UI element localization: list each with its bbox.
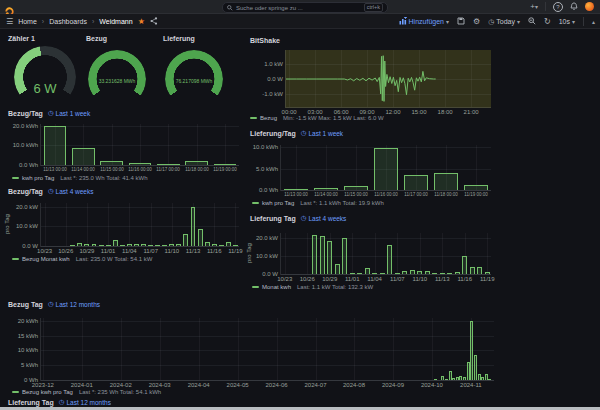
zoom-out-icon[interactable] [528, 17, 536, 25]
search-shortcut-badge: ctrl+k [364, 3, 383, 12]
y-tick-label: 10.0 kWh [253, 144, 278, 150]
legend-stats: Last: 1.1 kW Total: 132.3 kW [297, 284, 373, 290]
legend-series: kwh pro Tag [262, 200, 294, 206]
help-icon[interactable]: ? [553, 2, 563, 12]
divider [583, 17, 584, 26]
x-tick-label: 11/01 [345, 276, 360, 282]
clock-icon: ◷ [301, 129, 307, 137]
add-panel-button[interactable]: Hinzufügen ▾ [399, 17, 449, 25]
time-range-link[interactable]: ◷Last 4 weeks [48, 187, 94, 195]
panel-title: BitShake [250, 37, 280, 44]
legend-series: Bezug kwh pro Tag [22, 389, 73, 395]
breadcrumb-dashboards[interactable]: Dashboards [49, 18, 87, 25]
y-tick-label: 0.0 Wh [19, 162, 38, 168]
bar [106, 245, 111, 247]
bar [485, 374, 488, 380]
menu-hamburger-icon[interactable]: ☰ [6, 15, 13, 28]
x-tick-label: 2024-04 [188, 382, 210, 388]
panel-title: Lieferung/Tag [250, 130, 296, 137]
bezug-gauge[interactable]: 33.231628 MWh [88, 50, 146, 104]
legend-swatch [12, 391, 19, 393]
bar [447, 273, 452, 275]
breadcrumb-separator: › [92, 18, 94, 25]
panel-title: Lieferung Tag [250, 215, 296, 222]
bar [357, 273, 362, 275]
bezug-4w-legend[interactable]: Bezug Monat kwh Last: 235.0 W Total: 54.… [12, 256, 152, 262]
settings-gear-icon[interactable]: ⚙ [473, 15, 480, 28]
time-picker-button[interactable]: ◷ Today ▾ [488, 15, 520, 28]
bitshake-chart[interactable]: 1.0 kW0.0 W-1.0 kW00:0003:0006:0009:0012… [285, 50, 491, 108]
save-icon[interactable] [457, 17, 465, 25]
y-tick-label: 0.0 Wh [259, 187, 278, 193]
bar [455, 272, 460, 274]
bezug-week-chart[interactable]: 20.0 kWh10.0 kWh0.0 Wh11/13 00:0011/14 0… [40, 124, 239, 166]
x-tick-label: 11/18 00:00 [185, 167, 208, 172]
time-range-link[interactable]: ◷Last 1 week [301, 129, 343, 137]
x-tick-label: 11/13 00:00 [284, 192, 307, 197]
legend-series: Bezug [260, 115, 277, 121]
bezug-4w-chart[interactable]: 20.0 kW10.0 kW0.0 W10/2310/2610/2911/011… [40, 203, 239, 247]
bar [77, 243, 82, 246]
x-tick-label: 10/26 [58, 248, 73, 254]
x-tick-label: 15:00 [412, 109, 427, 115]
collapse-toolbar-icon[interactable]: ▴ [592, 18, 595, 25]
bar [212, 244, 217, 246]
bar [92, 244, 97, 246]
bar [462, 256, 467, 274]
add-panel-icon [399, 17, 407, 25]
time-range-link[interactable]: ◷Last 12 months [59, 398, 111, 406]
notifications-bell-icon[interactable] [570, 2, 578, 11]
bezug-12m-chart[interactable]: 20 kWh15 kWh10 kWh5 kWh0 Wh2023-122024-0… [40, 318, 494, 381]
refresh-icon[interactable]: ↻ [544, 15, 551, 28]
zaehler-gauge[interactable]: 6 W [14, 46, 76, 104]
refresh-interval-dropdown[interactable]: 10s ▾ [559, 18, 575, 25]
y-tick-label: 0.0 W [267, 76, 283, 82]
y-tick-label: 20.0 kW [256, 235, 278, 241]
bar [402, 271, 407, 274]
bar [134, 244, 139, 246]
time-range-link[interactable]: ◷Last 1 week [48, 109, 90, 117]
favorite-star-icon[interactable]: ★ [138, 17, 145, 26]
x-tick-label: 11/13 [435, 276, 450, 282]
x-tick-label: 2024-06 [266, 382, 288, 388]
bar [129, 163, 152, 165]
panel-header-lieferung-12m: Lieferung Tag ◷Last 12 months [8, 398, 111, 406]
bar [312, 235, 317, 274]
panel-header-lieferung-gauge: Lieferung [163, 35, 195, 42]
x-tick-label: 11/17 00:00 [157, 167, 180, 172]
bar [113, 240, 118, 246]
bezug-week-legend[interactable]: kwh pro Tag Last *: 235.0 Wh Total: 41.4… [12, 175, 148, 181]
panel-header-bezug-gauge: Bezug [86, 35, 107, 42]
lieferung-gauge[interactable]: 76.217098 MWh [165, 50, 223, 104]
bezug-12m-legend[interactable]: Bezug kwh pro Tag Last *: 235 Wh Total: … [12, 389, 161, 395]
grafana-dashboard: Suche oder springe zu ... ctrl+k +▾ ? ☰ … [0, 0, 600, 410]
lieferung-week-legend[interactable]: kwh pro Tag Last *: 1.1 kWh Total: 19.9 … [252, 200, 384, 206]
bar [327, 241, 332, 274]
bitshake-legend[interactable]: Bezug Min: -1.5 kW Max: 1.5 kW Last: 6.0… [250, 115, 384, 121]
x-tick-label: 11/07 [143, 248, 158, 254]
time-range-link[interactable]: ◷Last 4 weeks [301, 214, 347, 222]
bar [481, 377, 484, 380]
y-tick-label: 20 kWh [18, 318, 38, 324]
x-tick-label: 11/14 00:00 [314, 192, 337, 197]
bar [155, 245, 160, 247]
gauge-value: 6 W [14, 81, 76, 96]
search-input[interactable]: Suche oder springe zu ... ctrl+k [222, 2, 388, 13]
lieferung-4w-legend[interactable]: Monat kwh Last: 1.1 kW Total: 132.3 kW [252, 284, 373, 290]
bar [488, 379, 491, 381]
x-tick-label: 21:00 [464, 109, 479, 115]
bar [445, 379, 448, 381]
bar [456, 377, 459, 380]
legend-series: kwh pro Tag [22, 175, 54, 181]
lieferung-4w-chart[interactable]: 20.0 kW10.0 kW0.0 W10/2310/2610/2911/011… [280, 233, 491, 275]
share-icon[interactable] [150, 17, 158, 25]
time-range-link[interactable]: ◷Last 12 months [48, 300, 100, 308]
add-menu-button[interactable]: +▾ [530, 0, 538, 14]
y-tick-label: 20.0 kW [16, 204, 38, 210]
x-tick-label: 11/19 [480, 276, 495, 282]
user-avatar[interactable] [585, 2, 594, 11]
bar [141, 244, 146, 246]
lieferung-week-chart[interactable]: 10.0 kWh5.0 kWh0.0 Wh11/13 00:0011/14 00… [280, 145, 491, 191]
breadcrumb-home[interactable]: Home [18, 18, 37, 25]
bar [191, 207, 196, 246]
